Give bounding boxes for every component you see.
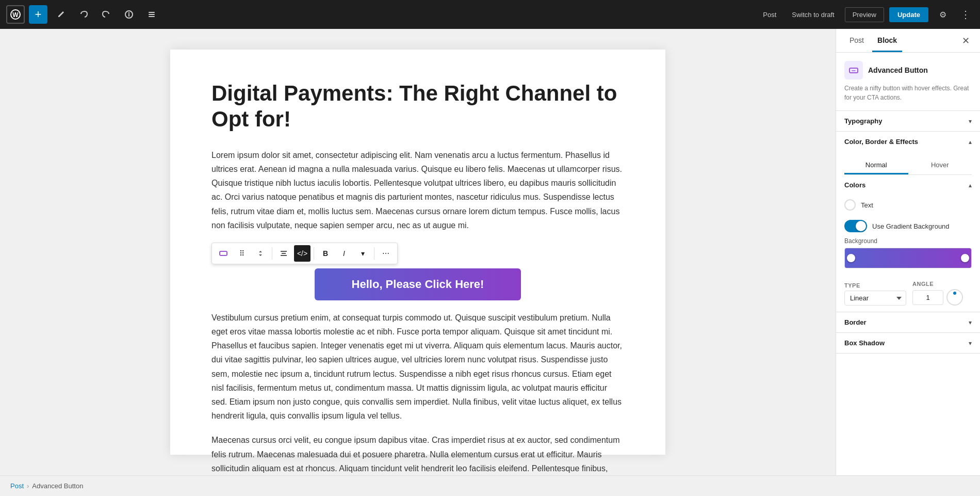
- undo-button[interactable]: [74, 5, 93, 24]
- colors-header[interactable]: Colors ▴: [844, 175, 972, 195]
- state-tab-hover[interactable]: Hover: [908, 157, 972, 174]
- toolbar-block-icon[interactable]: [215, 245, 232, 262]
- pen-tool-button[interactable]: [52, 5, 70, 24]
- gradient-toggle-label: Use Gradient Background: [872, 222, 950, 230]
- paragraph-3[interactable]: Maecenas cursus orci velit, eu congue ip…: [211, 433, 624, 475]
- block-info: Advanced Button Create a nifty button wi…: [836, 53, 980, 111]
- svg-rect-11: [281, 255, 287, 256]
- tab-post[interactable]: Post: [844, 29, 869, 52]
- toolbar-move-updown[interactable]: [252, 245, 269, 262]
- top-bar: W + Post Switc: [0, 0, 980, 29]
- box-shadow-section[interactable]: Box Shadow ▾: [836, 333, 980, 354]
- state-tab-normal[interactable]: Normal: [844, 157, 908, 174]
- svg-rect-7: [149, 16, 155, 17]
- editor-content: Digital Payments: The Right Channel to O…: [170, 50, 665, 455]
- tab-block[interactable]: Block: [872, 29, 902, 52]
- angle-label: ANGLE: [912, 281, 963, 287]
- box-shadow-title: Box Shadow: [844, 339, 885, 347]
- type-label: TYPE: [844, 282, 906, 289]
- state-tabs: Normal Hover: [844, 152, 972, 175]
- border-chevron: ▾: [969, 319, 972, 326]
- svg-text:W: W: [12, 11, 19, 19]
- switch-to-draft-btn[interactable]: Switch to draft: [787, 8, 839, 22]
- box-shadow-chevron: ▾: [969, 340, 972, 347]
- list-view-button[interactable]: [142, 5, 161, 24]
- toolbar-dropdown[interactable]: ▾: [354, 245, 371, 262]
- svg-rect-6: [149, 14, 155, 15]
- breadcrumb-advanced-button: Advanced Button: [32, 482, 83, 490]
- text-color-circle[interactable]: [844, 199, 856, 211]
- cbe-header[interactable]: Color, Border & Effects ▴: [836, 132, 980, 152]
- block-title: Advanced Button: [868, 66, 928, 74]
- colors-section: Colors ▴ Text Use Gradient Background: [836, 175, 980, 237]
- info-button[interactable]: [120, 5, 138, 24]
- breadcrumb-post[interactable]: Post: [10, 482, 24, 490]
- border-section[interactable]: Border ▾: [836, 312, 980, 333]
- settings-button[interactable]: ⚙: [934, 5, 952, 24]
- gradient-bar[interactable]: [844, 248, 972, 268]
- gradient-toggle-row: Use Gradient Background: [844, 215, 972, 237]
- gradient-handle-left[interactable]: [847, 254, 855, 262]
- add-block-button[interactable]: +: [29, 5, 47, 24]
- toolbar-bold[interactable]: B: [317, 245, 334, 262]
- svg-rect-5: [149, 12, 155, 13]
- background-label: Background: [844, 237, 972, 245]
- paragraph-1[interactable]: Lorem ipsum dolor sit amet, consectetur …: [211, 148, 624, 232]
- gradient-toggle[interactable]: [844, 220, 867, 232]
- angle-input[interactable]: [912, 290, 943, 305]
- breadcrumb-separator: ›: [27, 482, 29, 490]
- preview-button[interactable]: Preview: [845, 7, 884, 22]
- update-label: Update: [897, 11, 920, 19]
- wordpress-logo: W: [6, 5, 25, 24]
- colors-chevron: ▴: [969, 182, 972, 189]
- toolbar-divider-1: [272, 247, 272, 260]
- toolbar-divider-3: [374, 247, 374, 260]
- svg-rect-8: [220, 251, 227, 255]
- type-select[interactable]: Linear Radial: [844, 291, 906, 306]
- typography-chevron: ▾: [969, 118, 972, 125]
- block-desc: Create a nifty button with hover effects…: [844, 84, 972, 102]
- background-section: Background: [836, 237, 980, 275]
- svg-rect-10: [282, 253, 286, 254]
- color-border-effects-section: Color, Border & Effects ▴ Normal Hover C…: [836, 132, 980, 312]
- post-title[interactable]: Digital Payments: The Right Channel to O…: [211, 81, 624, 133]
- text-color-label: Text: [861, 201, 873, 209]
- panel-close-button[interactable]: ✕: [960, 31, 972, 51]
- gradient-handle-right[interactable]: [961, 254, 969, 262]
- cta-button[interactable]: Hello, Please Click Here!: [315, 268, 521, 300]
- breadcrumb-bar: Post › Advanced Button: [0, 475, 980, 496]
- type-angle-row: TYPE Linear Radial ANGLE: [836, 275, 980, 312]
- typography-section[interactable]: Typography ▾: [836, 111, 980, 132]
- text-color-row: Text: [844, 195, 972, 215]
- update-button[interactable]: Update: [889, 7, 928, 22]
- angle-group: ANGLE: [912, 281, 963, 306]
- typography-title: Typography: [844, 117, 882, 125]
- main-layout: Digital Payments: The Right Channel to O…: [0, 29, 980, 475]
- more-options-button[interactable]: ⋮: [957, 6, 974, 23]
- switch-to-draft-button[interactable]: Post: [758, 8, 781, 22]
- toggle-knob: [856, 221, 866, 231]
- preview-label: Preview: [853, 11, 876, 19]
- toolbar-drag-handle[interactable]: ⠿: [234, 245, 250, 262]
- block-toolbar: ⠿ </>: [211, 243, 398, 264]
- redo-button[interactable]: [97, 5, 116, 24]
- colors-title: Colors: [844, 181, 865, 189]
- toolbar-more[interactable]: ⋯: [378, 245, 394, 262]
- cbe-chevron: ▴: [969, 138, 972, 146]
- cbe-title: Color, Border & Effects: [844, 138, 918, 146]
- block-icon: [844, 61, 863, 79]
- toolbar-divider-2: [314, 247, 314, 260]
- toolbar-code[interactable]: </>: [294, 245, 311, 262]
- topbar-right: Post Switch to draft Preview Update ⚙ ⋮: [758, 5, 974, 24]
- editor-area: Digital Payments: The Right Channel to O…: [0, 29, 836, 475]
- toolbar-italic[interactable]: I: [336, 245, 352, 262]
- toolbar-align[interactable]: [275, 245, 292, 262]
- angle-input-row: [912, 289, 963, 306]
- angle-dot: [953, 292, 956, 295]
- panel-tabs: Post Block ✕: [836, 29, 980, 53]
- angle-dial[interactable]: [946, 289, 963, 306]
- block-info-header: Advanced Button: [844, 61, 972, 79]
- paragraph-2[interactable]: Vestibulum cursus pretium enim, at conse…: [211, 311, 624, 423]
- svg-rect-9: [281, 251, 287, 252]
- switch-draft-label: Switch to draft: [792, 11, 834, 19]
